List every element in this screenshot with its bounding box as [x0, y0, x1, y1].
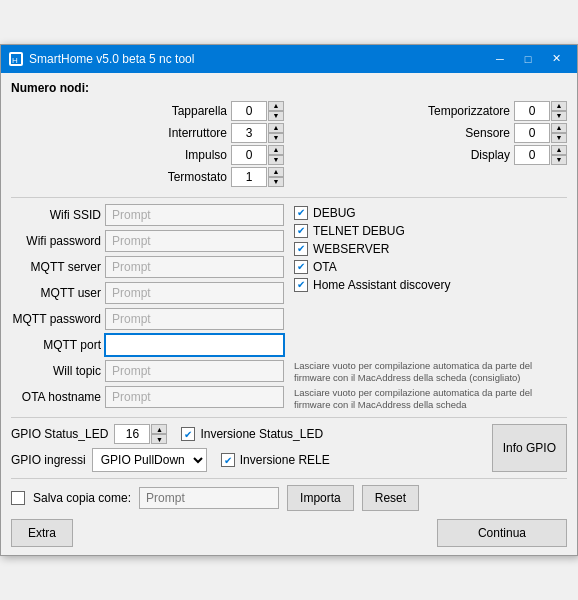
salva-label: Salva copia come: — [33, 491, 131, 505]
mqtt-port-input[interactable] — [105, 334, 284, 356]
ota-label: OTA — [313, 260, 337, 274]
termostato-spinner-btns: ▲ ▼ — [268, 167, 284, 187]
wifi-ssid-label: Wifi SSID — [11, 208, 101, 222]
field-row-wifi-ssid: Wifi SSID — [11, 204, 284, 226]
mqtt-password-input[interactable] — [105, 308, 284, 330]
divider-3 — [11, 478, 567, 479]
sensore-input[interactable] — [514, 123, 550, 143]
gpio-status-led-spinner: ▲ ▼ — [114, 424, 167, 444]
inversione-status-checkbox[interactable] — [181, 427, 195, 441]
reset-button[interactable]: Reset — [362, 485, 419, 511]
nodes-right-col: Temporizzatore ▲ ▼ Sensore — [294, 101, 567, 187]
divider-1 — [11, 197, 567, 198]
node-row-interruttore: Interruttore ▲ ▼ — [11, 123, 284, 143]
sensore-down[interactable]: ▼ — [551, 133, 567, 143]
impulso-up[interactable]: ▲ — [268, 145, 284, 155]
ota-hostname-hint: Lasciare vuoto per compilazione automati… — [294, 387, 567, 412]
extra-button[interactable]: Extra — [11, 519, 73, 547]
tapparella-up[interactable]: ▲ — [268, 101, 284, 111]
inversione-rele-checkbox[interactable] — [221, 453, 235, 467]
mqtt-server-input[interactable] — [105, 256, 284, 278]
importa-button[interactable]: Importa — [287, 485, 354, 511]
sensore-spinner-btns: ▲ ▼ — [551, 123, 567, 143]
nodes-section-label: Numero nodi: — [11, 81, 567, 95]
node-row-impulso: Impulso ▲ ▼ — [11, 145, 284, 165]
inversione-status-row: Inversione Status_LED — [181, 427, 323, 441]
will-ota-right: Lasciare vuoto per compilazione automati… — [294, 360, 567, 411]
sensore-up[interactable]: ▲ — [551, 123, 567, 133]
tapparella-spinner-btns: ▲ ▼ — [268, 101, 284, 121]
minimize-button[interactable]: ─ — [487, 49, 513, 69]
gpio-rows-col: GPIO Status_LED ▲ ▼ Inversione Status_LE… — [11, 424, 484, 472]
display-spinner-btns: ▲ ▼ — [551, 145, 567, 165]
mqtt-user-input[interactable] — [105, 282, 284, 304]
interruttore-spinner: ▲ ▼ — [231, 123, 284, 143]
mqtt-server-label: MQTT server — [11, 260, 101, 274]
info-gpio-button[interactable]: Info GPIO — [492, 424, 567, 472]
field-row-mqtt-user: MQTT user — [11, 282, 284, 304]
wifi-password-input[interactable] — [105, 230, 284, 252]
gpio-status-led-down[interactable]: ▼ — [151, 434, 167, 444]
termostato-input[interactable] — [231, 167, 267, 187]
ha-label: Home Assistant discovery — [313, 278, 450, 292]
temporizzatore-input[interactable] — [514, 101, 550, 121]
termostato-spinner: ▲ ▼ — [231, 167, 284, 187]
gpio-block: GPIO Status_LED ▲ ▼ Inversione Status_LE… — [11, 424, 567, 472]
display-down[interactable]: ▼ — [551, 155, 567, 165]
mqtt-password-label: MQTT password — [11, 312, 101, 326]
tapparella-spinner: ▲ ▼ — [231, 101, 284, 121]
checkbox-row-telnet: TELNET DEBUG — [294, 224, 567, 238]
termostato-down[interactable]: ▼ — [268, 177, 284, 187]
interruttore-down[interactable]: ▼ — [268, 133, 284, 143]
tapparella-input[interactable] — [231, 101, 267, 121]
telnet-debug-checkbox[interactable] — [294, 224, 308, 238]
webserver-checkbox[interactable] — [294, 242, 308, 256]
close-button[interactable]: ✕ — [543, 49, 569, 69]
temporizzatore-down[interactable]: ▼ — [551, 111, 567, 121]
interruttore-spinner-btns: ▲ ▼ — [268, 123, 284, 143]
tapparella-label: Tapparella — [147, 104, 227, 118]
ota-hostname-input[interactable] — [105, 386, 284, 408]
display-label: Display — [430, 148, 510, 162]
display-up[interactable]: ▲ — [551, 145, 567, 155]
impulso-down[interactable]: ▼ — [268, 155, 284, 165]
display-spinner: ▲ ▼ — [514, 145, 567, 165]
checkbox-row-ota: OTA — [294, 260, 567, 274]
temporizzatore-up[interactable]: ▲ — [551, 101, 567, 111]
continua-button[interactable]: Continua — [437, 519, 567, 547]
divider-2 — [11, 417, 567, 418]
will-topic-input[interactable] — [105, 360, 284, 382]
gpio-status-led-label: GPIO Status_LED — [11, 427, 108, 441]
salva-checkbox[interactable] — [11, 491, 25, 505]
title-bar-left: H SmartHome v5.0 beta 5 nc tool — [9, 52, 194, 66]
gpio-ingressi-row: GPIO ingressi GPIO PullDown GPIO PullUp … — [11, 448, 484, 472]
ha-checkbox[interactable] — [294, 278, 308, 292]
display-input[interactable] — [514, 145, 550, 165]
form-grid: Wifi SSID Wifi password MQTT server MQTT… — [11, 204, 567, 356]
wifi-password-label: Wifi password — [11, 234, 101, 248]
node-row-temporizzatore: Temporizzatore ▲ ▼ — [294, 101, 567, 121]
debug-checkbox[interactable] — [294, 206, 308, 220]
gpio-status-led-up[interactable]: ▲ — [151, 424, 167, 434]
impulso-label: Impulso — [147, 148, 227, 162]
node-row-termostato: Termostato ▲ ▼ — [11, 167, 284, 187]
gpio-status-led-btns: ▲ ▼ — [151, 424, 167, 444]
form-left: Wifi SSID Wifi password MQTT server MQTT… — [11, 204, 284, 356]
salva-input[interactable] — [139, 487, 279, 509]
will-topic-label: Will topic — [11, 364, 101, 378]
bottom-section: Salva copia come: Importa Reset — [11, 485, 567, 511]
maximize-button[interactable]: □ — [515, 49, 541, 69]
debug-label: DEBUG — [313, 206, 356, 220]
impulso-input[interactable] — [231, 145, 267, 165]
gpio-status-led-input[interactable] — [114, 424, 150, 444]
interruttore-input[interactable] — [231, 123, 267, 143]
termostato-up[interactable]: ▲ — [268, 167, 284, 177]
checkbox-row-ha: Home Assistant discovery — [294, 278, 567, 292]
ota-checkbox[interactable] — [294, 260, 308, 274]
gpio-ingressi-select[interactable]: GPIO PullDown GPIO PullUp GPIO Normal — [92, 448, 207, 472]
sensore-spinner: ▲ ▼ — [514, 123, 567, 143]
interruttore-up[interactable]: ▲ — [268, 123, 284, 133]
wifi-ssid-input[interactable] — [105, 204, 284, 226]
temporizzatore-label: Temporizzatore — [428, 104, 510, 118]
tapparella-down[interactable]: ▼ — [268, 111, 284, 121]
